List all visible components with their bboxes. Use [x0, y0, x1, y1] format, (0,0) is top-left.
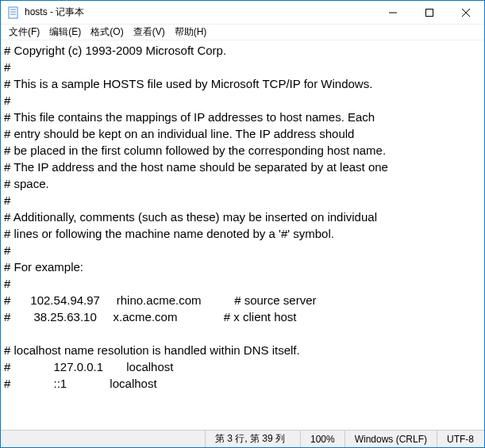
statusbar: 第 3 行, 第 39 列 100% Windows (CRLF) UTF-8: [1, 430, 484, 447]
notepad-icon: [7, 6, 20, 19]
menu-help[interactable]: 帮助(H): [170, 25, 212, 40]
menubar: 文件(F) 编辑(E) 格式(O) 查看(V) 帮助(H): [1, 25, 484, 40]
status-encoding: UTF-8: [437, 431, 484, 447]
window-controls: [375, 1, 484, 24]
menu-edit[interactable]: 编辑(E): [44, 25, 86, 40]
minimize-button[interactable]: [375, 1, 411, 24]
maximize-button[interactable]: [411, 1, 448, 24]
menu-file[interactable]: 文件(F): [4, 25, 44, 40]
menu-view[interactable]: 查看(V): [129, 25, 170, 40]
svg-rect-5: [426, 9, 433, 16]
text-editor[interactable]: # Copyright (c) 1993-2009 Microsoft Corp…: [1, 40, 484, 430]
status-line-ending: Windows (CRLF): [345, 431, 437, 447]
status-spacer: [1, 431, 205, 447]
status-zoom: 100%: [300, 431, 345, 447]
titlebar: hosts - 记事本: [1, 1, 484, 25]
close-button[interactable]: [448, 1, 484, 24]
status-cursor-position: 第 3 行, 第 39 列: [205, 431, 300, 447]
svg-rect-0: [9, 7, 17, 18]
window-title: hosts - 记事本: [25, 6, 375, 19]
menu-format[interactable]: 格式(O): [86, 25, 128, 40]
